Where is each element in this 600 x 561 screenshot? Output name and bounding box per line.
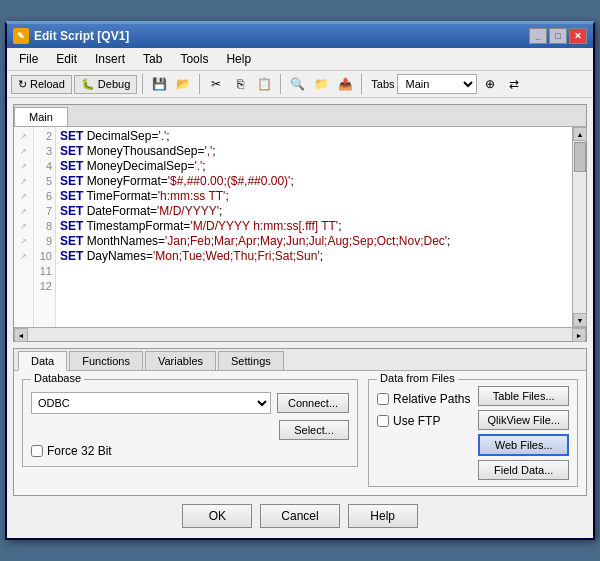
scroll-right-button[interactable]: ► <box>572 328 586 342</box>
code-line-9: SET DayNames='Mon;Tue;Wed;Thu;Fri;Sat;Su… <box>60 249 568 264</box>
reload-icon: ↻ <box>18 78 27 91</box>
scroll-left-button[interactable]: ◄ <box>14 328 28 342</box>
footer-buttons: OK Cancel Help <box>13 496 587 532</box>
vertical-scrollbar[interactable]: ▲ ▼ <box>572 127 586 327</box>
line-num-8: 8 <box>34 219 52 234</box>
line-icon-9: ↗ <box>14 249 33 264</box>
menu-file[interactable]: File <box>11 50 46 68</box>
menu-tools[interactable]: Tools <box>172 50 216 68</box>
code-line-3: SET MoneyDecimalSep='.'; <box>60 159 568 174</box>
search-icon-button[interactable]: 🔍 <box>286 73 308 95</box>
tab-data[interactable]: Data <box>18 351 67 371</box>
line-num-9: 9 <box>34 234 52 249</box>
line-icon-2: ↗ <box>14 144 33 159</box>
paste-icon-button[interactable]: 📋 <box>253 73 275 95</box>
line-num-10: 10 <box>34 249 52 264</box>
tab-functions[interactable]: Functions <box>69 351 143 370</box>
table-files-button[interactable]: Table Files... <box>478 386 569 406</box>
menu-help[interactable]: Help <box>218 50 259 68</box>
code-editor[interactable]: SET DecimalSep='.'; SET MoneyThousandSep… <box>56 127 572 327</box>
data-section: Database ODBC Connect... Select... <box>22 379 578 487</box>
relative-paths-row: Relative Paths <box>377 392 470 406</box>
files-checkboxes: Relative Paths Use FTP <box>377 386 470 480</box>
force32bit-row: Force 32 Bit <box>31 444 349 458</box>
help-button[interactable]: Help <box>348 504 418 528</box>
tab-variables[interactable]: Variables <box>145 351 216 370</box>
window-title: Edit Script [QV1] <box>34 29 129 43</box>
connect-button[interactable]: Connect... <box>277 393 349 413</box>
field-data-button[interactable]: Field Data... <box>478 460 569 480</box>
web-files-button[interactable]: Web Files... <box>478 434 569 456</box>
force32bit-label: Force 32 Bit <box>47 444 112 458</box>
line-num-12: 12 <box>34 279 52 294</box>
line-icon-3: ↗ <box>14 159 33 174</box>
scroll-track-h[interactable] <box>28 328 572 341</box>
add-tab-icon[interactable]: ⊕ <box>479 73 501 95</box>
relative-paths-label: Relative Paths <box>393 392 470 406</box>
export-icon-button[interactable]: 📤 <box>334 73 356 95</box>
copy-icon-button[interactable]: ⎘ <box>229 73 251 95</box>
code-line-6: SET DateFormat='M/D/YYYY'; <box>60 204 568 219</box>
database-group-label: Database <box>31 372 84 384</box>
scroll-track[interactable] <box>573 141 586 313</box>
menu-tab[interactable]: Tab <box>135 50 170 68</box>
scroll-down-button[interactable]: ▼ <box>573 313 587 327</box>
cut-icon-button[interactable]: ✂ <box>205 73 227 95</box>
script-panel: Main ↗ ↗ ↗ ↗ ↗ ↗ ↗ ↗ ↗ 2 3 <box>13 104 587 342</box>
ok-button[interactable]: OK <box>182 504 252 528</box>
tabs-dropdown[interactable]: Main <box>397 74 477 94</box>
line-num-3: 3 <box>34 144 52 159</box>
database-dropdown[interactable]: ODBC <box>31 392 271 414</box>
line-num-7: 7 <box>34 204 52 219</box>
reload-button[interactable]: ↻ Reload <box>11 75 72 94</box>
debug-button[interactable]: 🐛 Debug <box>74 75 137 94</box>
line-icon-6: ↗ <box>14 204 33 219</box>
open-icon-button[interactable]: 📂 <box>172 73 194 95</box>
title-bar: ✎ Edit Script [QV1] _ □ ✕ <box>7 24 593 48</box>
script-main-tab[interactable]: Main <box>14 107 68 126</box>
horizontal-scrollbar[interactable]: ◄ ► <box>14 327 586 341</box>
save-icon-button[interactable]: 💾 <box>148 73 170 95</box>
minimize-button[interactable]: _ <box>529 28 547 44</box>
select-button[interactable]: Select... <box>279 420 349 440</box>
cancel-button[interactable]: Cancel <box>260 504 339 528</box>
bottom-tab-bar: Data Functions Variables Settings <box>14 349 586 371</box>
tab-settings[interactable]: Settings <box>218 351 284 370</box>
code-line-1: SET DecimalSep='.'; <box>60 129 568 144</box>
line-icon-8: ↗ <box>14 234 33 249</box>
files-buttons: Table Files... QlikView File... Web File… <box>478 386 569 480</box>
force32bit-checkbox[interactable] <box>31 445 43 457</box>
script-tab-bar: Main <box>14 105 586 127</box>
nav-icon[interactable]: ⇄ <box>503 73 525 95</box>
toolbar-separator <box>142 74 143 94</box>
line-icon-5: ↗ <box>14 189 33 204</box>
line-icons-col: ↗ ↗ ↗ ↗ ↗ ↗ ↗ ↗ ↗ <box>14 127 34 327</box>
scroll-up-button[interactable]: ▲ <box>573 127 587 141</box>
open2-icon-button[interactable]: 📁 <box>310 73 332 95</box>
close-button[interactable]: ✕ <box>569 28 587 44</box>
toolbar-separator3 <box>280 74 281 94</box>
line-num-4: 4 <box>34 159 52 174</box>
qlikview-file-button[interactable]: QlikView File... <box>478 410 569 430</box>
code-line-2: SET MoneyThousandSep=','; <box>60 144 568 159</box>
menu-insert[interactable]: Insert <box>87 50 133 68</box>
line-icon-1: ↗ <box>14 129 33 144</box>
line-icon-4: ↗ <box>14 174 33 189</box>
editor-area: ↗ ↗ ↗ ↗ ↗ ↗ ↗ ↗ ↗ 2 3 4 5 6 7 <box>14 127 586 327</box>
toolbar-separator4 <box>361 74 362 94</box>
toolbar: ↻ Reload 🐛 Debug 💾 📂 ✂ ⎘ 📋 🔍 📁 📤 Tabs Ma… <box>7 71 593 98</box>
use-ftp-label: Use FTP <box>393 414 440 428</box>
files-group-label: Data from Files <box>377 372 458 384</box>
line-num-5: 5 <box>34 174 52 189</box>
code-line-5: SET TimeFormat='h:mm:ss TT'; <box>60 189 568 204</box>
code-line-7: SET TimestampFormat='M/D/YYYY h:mm:ss[.f… <box>60 219 568 234</box>
use-ftp-row: Use FTP <box>377 414 470 428</box>
maximize-button[interactable]: □ <box>549 28 567 44</box>
scroll-thumb[interactable] <box>574 142 586 172</box>
bottom-panel: Data Functions Variables Settings Databa… <box>13 348 587 496</box>
use-ftp-checkbox[interactable] <box>377 415 389 427</box>
menu-edit[interactable]: Edit <box>48 50 85 68</box>
content-area: Main ↗ ↗ ↗ ↗ ↗ ↗ ↗ ↗ ↗ 2 3 <box>7 98 593 538</box>
main-window: ✎ Edit Script [QV1] _ □ ✕ File Edit Inse… <box>5 21 595 540</box>
relative-paths-checkbox[interactable] <box>377 393 389 405</box>
